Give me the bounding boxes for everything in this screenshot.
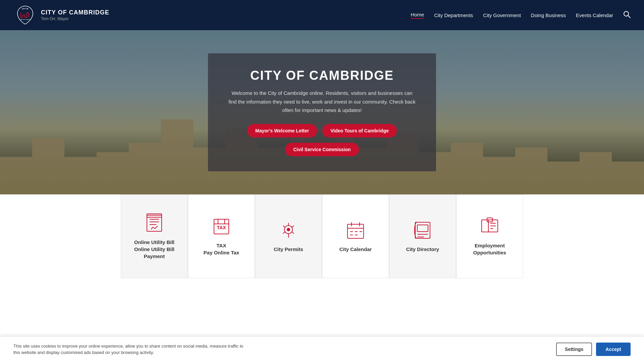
employment-icon — [480, 217, 500, 237]
cards-row: Online Utility BillOnline Utility Bill P… — [121, 194, 523, 278]
civil-service-button[interactable]: Civil Service Commission — [285, 143, 359, 156]
nav-doing-business[interactable]: Doing Business — [531, 12, 566, 18]
logo-text: City of Cambridge Tom Orr, Mayor — [41, 9, 109, 21]
permits-icon — [278, 220, 299, 240]
card-city-permits[interactable]: City Permits — [255, 194, 322, 278]
city-logo-icon: CITY OF TOM ORR, MAYOR — [13, 3, 37, 27]
svg-point-16 — [287, 228, 290, 231]
search-icon — [623, 11, 631, 18]
card-employment-label: Employment Opportunities — [463, 242, 516, 256]
directory-icon — [413, 220, 433, 240]
card-city-directory-label: City Directory — [406, 246, 439, 253]
card-city-calendar[interactable]: City Calendar — [322, 194, 389, 278]
nav-events-calendar[interactable]: Events Calendar — [576, 12, 613, 18]
nav-home[interactable]: Home — [411, 12, 424, 19]
hero-title: CITY OF CAMBRIDGE — [228, 68, 416, 83]
hero-section: CITY OF CAMBRIDGE Welcome to the City of… — [0, 30, 644, 194]
utility-bill-icon — [144, 213, 164, 233]
site-header: CITY OF TOM ORR, MAYOR City of Cambridge… — [0, 0, 644, 30]
search-button[interactable] — [623, 11, 631, 20]
nav-city-departments[interactable]: City Departments — [434, 12, 473, 18]
hero-content: CITY OF CAMBRIDGE Welcome to the City of… — [208, 53, 436, 171]
card-city-directory[interactable]: City Directory — [389, 194, 456, 278]
cards-section: Online Utility BillOnline Utility Bill P… — [0, 194, 644, 278]
card-city-calendar-label: City Calendar — [339, 246, 372, 253]
svg-rect-27 — [417, 225, 428, 232]
main-nav: Home City Departments City Government Do… — [411, 11, 631, 20]
nav-city-government[interactable]: City Government — [483, 12, 521, 18]
card-pay-tax[interactable]: TAX TAXPay Online Tax — [188, 194, 255, 278]
hero-buttons: Mayor's Welcome Letter Video Tours of Ca… — [228, 124, 416, 156]
svg-line-4 — [628, 15, 631, 18]
hero-description: Welcome to the City of Cambridge online.… — [228, 89, 416, 115]
card-employment[interactable]: Employment Opportunities — [456, 194, 523, 278]
svg-text:CITY OF: CITY OF — [22, 8, 29, 10]
tax-icon: TAX — [211, 217, 231, 237]
logo-area[interactable]: CITY OF TOM ORR, MAYOR City of Cambridge… — [13, 3, 109, 27]
svg-rect-5 — [147, 215, 162, 231]
card-utility-bill-label: Online Utility BillOnline Utility Bill P… — [128, 239, 181, 260]
calendar-icon — [345, 220, 366, 240]
svg-text:TOM ORR, MAYOR: TOM ORR, MAYOR — [19, 19, 31, 20]
svg-text:TAX: TAX — [217, 225, 226, 230]
video-tours-button[interactable]: Video Tours of Cambridge — [322, 124, 397, 137]
card-city-permits-label: City Permits — [274, 246, 303, 253]
mayors-letter-button[interactable]: Mayor's Welcome Letter — [247, 124, 317, 137]
card-pay-tax-label: TAXPay Online Tax — [204, 242, 239, 256]
card-utility-bill[interactable]: Online Utility BillOnline Utility Bill P… — [121, 194, 188, 278]
